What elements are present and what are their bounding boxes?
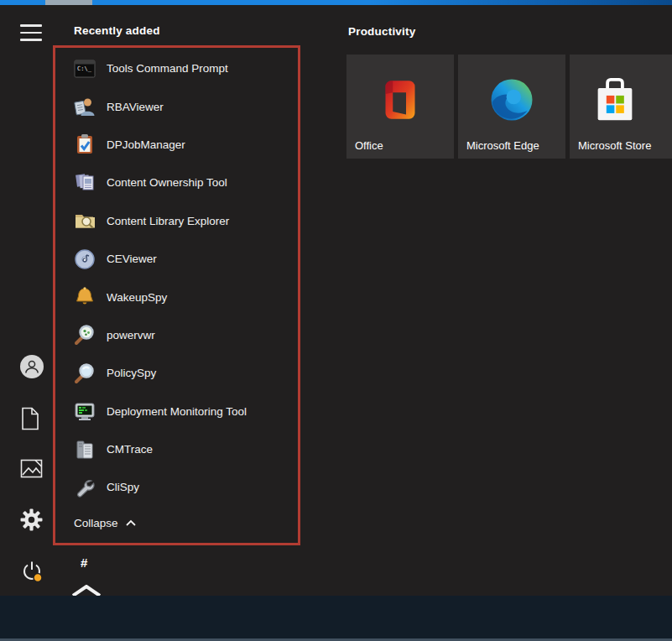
gear-icon	[20, 508, 43, 531]
document-icon	[20, 407, 40, 430]
office-logo-icon	[377, 76, 424, 123]
hamburger-menu-icon[interactable]	[20, 24, 42, 41]
tile-label: Microsoft Store	[578, 139, 651, 152]
tile-office[interactable]: Office	[346, 55, 454, 159]
update-badge	[34, 574, 42, 582]
tile-label: Office	[355, 139, 383, 152]
store-logo-icon	[593, 76, 637, 123]
hamburger-line	[20, 24, 42, 27]
tile-microsoft-edge[interactable]: Microsoft Edge	[458, 55, 565, 159]
pictures-button[interactable]	[20, 459, 44, 482]
recently-added-header: Recently added	[74, 24, 160, 37]
user-account-button[interactable]	[20, 355, 44, 378]
hamburger-line	[20, 39, 42, 41]
alpha-section-header[interactable]: #	[81, 555, 87, 570]
user-icon	[23, 357, 41, 376]
settings-button[interactable]	[20, 508, 44, 532]
tile-group-header: Productivity	[348, 25, 415, 38]
hamburger-line	[20, 32, 42, 34]
tile-microsoft-store[interactable]: Microsoft Store	[570, 55, 672, 159]
start-menu: Recently added C:\_ Tools Command Prompt	[0, 5, 672, 596]
power-icon	[20, 560, 44, 583]
documents-button[interactable]	[20, 407, 44, 430]
red-highlight-box	[53, 45, 300, 545]
edge-logo-icon	[488, 76, 535, 123]
power-button[interactable]	[20, 560, 44, 583]
pictures-icon	[20, 459, 43, 478]
partially-hidden-app-icon	[70, 585, 102, 596]
tile-label: Microsoft Edge	[466, 139, 539, 152]
taskbar	[0, 596, 672, 641]
